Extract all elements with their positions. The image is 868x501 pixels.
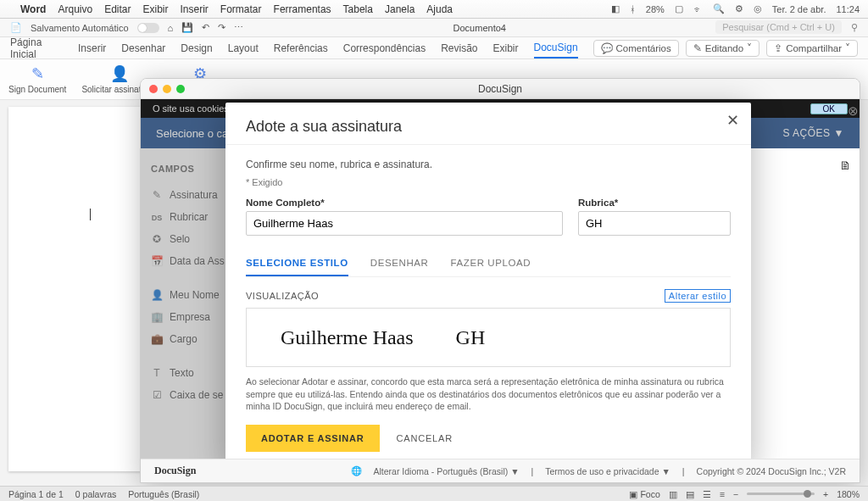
battery-icon[interactable]: ▢ [675,3,683,14]
editing-dropdown[interactable]: ✎ Editando ˅ [686,40,760,57]
menu-arquivo[interactable]: Arquivo [58,3,92,15]
sign-icon: ✎ [28,64,47,83]
change-style-link[interactable]: Alterar estilo [665,289,731,303]
view-print-icon[interactable]: ▥ [669,489,677,499]
tab-inserir[interactable]: Inserir [78,39,106,58]
docusign-window: DocuSign O site usa cookies, alguns dos … [140,78,860,483]
menu-ferramentas[interactable]: Ferramentas [274,3,331,15]
zoom-level[interactable]: 180% [837,489,860,499]
fullname-label: Nome Completo* [246,198,563,208]
view-draft-icon[interactable]: ≡ [720,489,725,499]
menu-formatar[interactable]: Formatar [220,3,262,15]
wifi-icon[interactable]: ᯤ [693,4,703,14]
more-icon[interactable]: ⋯ [234,22,243,33]
bluetooth-icon[interactable]: ᚼ [630,4,636,14]
initials-input[interactable] [578,211,731,236]
language-indicator[interactable]: Português (Brasil) [128,489,199,499]
modal-title: Adote a sua assinatura [246,118,731,136]
ribbon-tabs: Página Inicial Inserir Desenhar Design L… [0,37,868,59]
autosave-label: Salvamento Automático [31,23,129,33]
menubar-time[interactable]: 11:24 [836,4,860,14]
request-icon: 👤 [110,64,129,83]
sign-document-button[interactable]: ✎ Sign Document [8,64,66,94]
home-icon[interactable]: ⌂ [168,23,174,33]
macos-menubar: Word Arquivo Editar Exibir Inserir Forma… [0,0,868,19]
app-name[interactable]: Word [20,3,46,15]
battery-percent: 28% [646,4,665,14]
tab-pagina-inicial[interactable]: Página Inicial [10,33,63,64]
adopt-and-sign-button[interactable]: ADOTAR E ASSINAR [246,425,380,452]
consent-text: Ao selecionar Adotar e assinar, concordo… [246,376,731,413]
panel-close-icon[interactable]: ⊗ [848,103,863,119]
menu-editar[interactable]: Editar [104,3,131,15]
autosave-toggle[interactable] [137,23,159,33]
page-indicator[interactable]: Página 1 de 1 [8,489,64,499]
modal-tab-draw[interactable]: DESENHAR [370,251,429,276]
signature-full-preview: Guilherme Haas [281,326,414,349]
word-quick-toolbar: 📄 Salvamento Automático ⌂ 💾 ↶ ↷ ⋯ Docume… [0,19,868,37]
language-selector[interactable]: Alterar Idioma - Português (Brasil) ▼ [374,466,520,476]
fullname-input[interactable] [246,211,563,236]
terms-link[interactable]: Termos de uso e privacidade ▼ [545,466,670,476]
globe-icon: 🌐 [351,465,362,476]
view-outline-icon[interactable]: ☰ [703,489,711,499]
menu-inserir[interactable]: Inserir [181,3,209,15]
zoom-out-button[interactable]: − [733,489,738,499]
tab-revisao[interactable]: Revisão [441,39,477,58]
ribbon-options-icon[interactable]: ⚲ [851,22,858,32]
modal-tab-upload[interactable]: FAZER UPLOAD [451,251,531,276]
doc-icon: 📄 [10,22,22,33]
modal-subtitle: Confirme seu nome, rubrica e assinatura. [246,159,731,170]
docusign-logo: DocuSign [154,465,196,477]
redo-icon[interactable]: ↷ [218,22,225,33]
focus-mode-button[interactable]: ▣ Foco [629,489,659,499]
zoom-in-button[interactable]: + [823,489,828,499]
menu-tabela[interactable]: Tabela [343,3,373,15]
signature-initials-preview: GH [456,326,486,349]
menu-janela[interactable]: Janela [385,3,415,15]
cancel-button[interactable]: CANCELAR [397,433,453,443]
menu-ajuda[interactable]: Ajuda [426,3,453,15]
modal-tab-select-style[interactable]: SELECIONE ESTILO [246,251,348,276]
preview-label: VISUALIZAÇÃO [246,291,319,301]
signature-preview: Guilherme Haas GH [246,308,731,367]
view-web-icon[interactable]: ▤ [686,489,694,499]
undo-icon[interactable]: ↶ [202,22,209,33]
tab-exibir[interactable]: Exibir [493,39,519,58]
tab-layout[interactable]: Layout [228,39,259,58]
menu-exibir[interactable]: Exibir [143,3,169,15]
tab-docusign[interactable]: DocuSign [534,38,578,58]
tab-design[interactable]: Design [181,39,212,58]
control-center-icon[interactable]: ⚙ [735,3,743,14]
share-button[interactable]: ⇪ Compartilhar ˅ [766,40,858,57]
save-icon[interactable]: 💾 [181,22,193,33]
zoom-slider[interactable] [747,493,815,495]
spotlight-icon[interactable]: 🔍 [713,3,725,14]
required-note: * Exigido [246,177,731,187]
tab-desenhar[interactable]: Desenhar [121,39,165,58]
menubar-date[interactable]: Ter. 2 de abr. [772,4,826,14]
search-input[interactable]: Pesquisar (Cmd + Ctrl + U) [715,20,842,34]
tab-correspondencias[interactable]: Correspondências [343,39,426,58]
docusign-footer: DocuSign 🌐 Alterar Idioma - Português (B… [141,459,860,482]
word-count[interactable]: 0 palavras [75,489,116,499]
text-cursor [90,209,91,220]
siri-icon[interactable]: ◎ [754,3,762,14]
copyright-text: Copyright © 2024 DocuSign Inc.; V2R [697,466,846,476]
menubar-extra-icon[interactable]: ◧ [611,3,620,14]
adopt-signature-modal: ✕ Adote a sua assinatura Confirme seu no… [225,103,751,469]
word-status-bar: Página 1 de 1 0 palavras Português (Bras… [0,486,868,501]
modal-close-button[interactable]: ✕ [726,111,739,130]
comments-button[interactable]: 💬 Comentários [593,40,679,57]
initials-label: Rubrica* [578,198,731,208]
document-title: Documento4 [243,23,715,33]
tab-referencias[interactable]: Referências [274,39,328,58]
